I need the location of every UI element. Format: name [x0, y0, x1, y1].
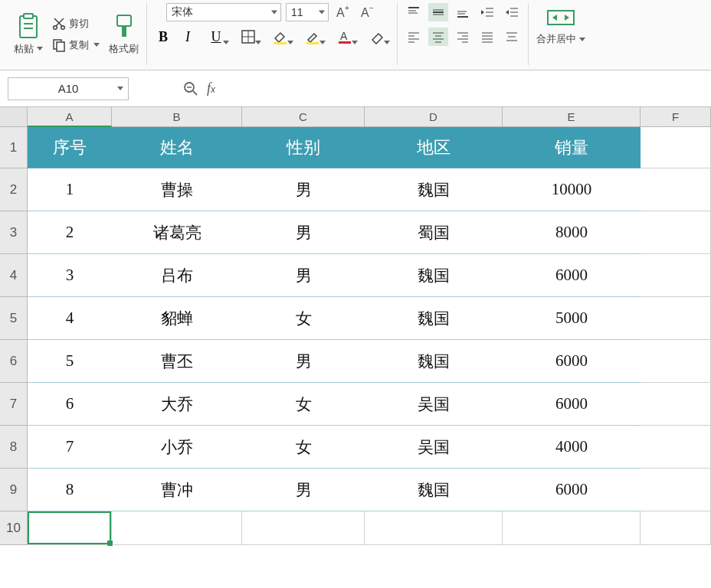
cell[interactable]	[641, 340, 711, 383]
cell[interactable]	[112, 511, 242, 545]
cell[interactable]: 魏国	[365, 469, 503, 511]
name-box[interactable]: A10	[8, 77, 129, 100]
cell[interactable]: 4000	[503, 426, 641, 469]
cell[interactable]	[641, 297, 711, 340]
cell[interactable]	[641, 211, 711, 254]
cell[interactable]	[641, 254, 711, 297]
table-header[interactable]: 姓名	[112, 127, 242, 168]
highlight-button[interactable]	[299, 28, 326, 46]
table-header[interactable]: 销量	[503, 127, 641, 168]
cell[interactable]: 6	[28, 383, 112, 426]
cell[interactable]: 5000	[503, 297, 641, 340]
cell[interactable]: 魏国	[365, 340, 503, 383]
paste-button[interactable]: 粘贴	[12, 10, 44, 59]
row-header[interactable]: 7	[0, 383, 28, 426]
font-name-combobox[interactable]: 宋体	[166, 3, 281, 21]
distribute-button[interactable]	[502, 28, 522, 46]
cell[interactable]: 吴国	[365, 383, 503, 426]
row-header[interactable]: 5	[0, 297, 28, 340]
row-header[interactable]: 6	[0, 340, 28, 383]
cell[interactable]	[641, 469, 711, 511]
cell[interactable]	[503, 511, 641, 545]
cell[interactable]: 10000	[503, 168, 641, 211]
copy-button[interactable]: 复制	[49, 37, 103, 54]
decrease-font-button[interactable]: A−	[358, 3, 378, 21]
cell[interactable]: 8	[28, 469, 112, 511]
row-header[interactable]: 2	[0, 168, 28, 211]
cell[interactable]: 男	[242, 254, 365, 297]
decrease-indent-button[interactable]	[477, 3, 497, 21]
select-all-corner[interactable]	[0, 107, 28, 127]
cell[interactable]: 女	[242, 426, 365, 469]
col-header-F[interactable]: F	[641, 107, 711, 127]
row-header[interactable]: 8	[0, 426, 28, 469]
align-top-button[interactable]	[404, 3, 424, 21]
cell[interactable]: 女	[242, 383, 365, 426]
cell[interactable]: 7	[28, 426, 112, 469]
cell[interactable]: 4	[28, 297, 112, 340]
font-size-combobox[interactable]: 11	[286, 3, 329, 21]
align-bottom-button[interactable]	[453, 3, 473, 21]
col-header-A[interactable]: A	[28, 107, 112, 127]
font-color-button[interactable]: A	[331, 28, 359, 46]
cell[interactable]: 男	[242, 469, 365, 511]
align-left-button[interactable]	[404, 28, 424, 46]
cell[interactable]: 曹操	[112, 168, 242, 211]
cell[interactable]: 魏国	[365, 297, 503, 340]
cell[interactable]: 2	[28, 211, 112, 254]
row-header[interactable]: 4	[0, 254, 28, 297]
align-right-button[interactable]	[453, 28, 473, 46]
italic-button[interactable]: I	[178, 28, 198, 46]
cell[interactable]: 6000	[503, 383, 641, 426]
cell[interactable]: 魏国	[365, 254, 503, 297]
cell[interactable]: 男	[242, 340, 365, 383]
row-header[interactable]: 1	[0, 127, 28, 168]
cell[interactable]: 曹冲	[112, 469, 242, 511]
table-header[interactable]: 地区	[365, 127, 503, 168]
col-header-C[interactable]: C	[242, 107, 365, 127]
cell[interactable]: 6000	[503, 469, 641, 511]
cell[interactable]: 5	[28, 340, 112, 383]
zoom-icon[interactable]	[182, 80, 199, 97]
align-middle-button[interactable]	[428, 3, 448, 21]
cell[interactable]: 小乔	[112, 426, 242, 469]
clear-format-button[interactable]	[363, 28, 391, 46]
cell[interactable]: 女	[242, 297, 365, 340]
cell[interactable]: 6000	[503, 254, 641, 297]
bold-button[interactable]: B	[153, 28, 173, 46]
cell[interactable]	[641, 511, 711, 545]
cell[interactable]: 蜀国	[365, 211, 503, 254]
cell[interactable]: 8000	[503, 211, 641, 254]
format-painter-button[interactable]: 格式刷	[107, 10, 140, 59]
cell[interactable]: 1	[28, 168, 112, 211]
col-header-E[interactable]: E	[503, 107, 641, 127]
cell[interactable]: 6000	[503, 340, 641, 383]
row-header[interactable]: 10	[0, 511, 28, 545]
active-cell[interactable]	[28, 511, 112, 545]
cell[interactable]: 3	[28, 254, 112, 297]
table-header[interactable]: 性别	[242, 127, 365, 168]
cell[interactable]: 貂蝉	[112, 297, 242, 340]
align-center-button[interactable]	[428, 28, 448, 46]
fill-color-button[interactable]	[267, 28, 294, 46]
row-header[interactable]: 9	[0, 469, 28, 511]
cell[interactable]: 吕布	[112, 254, 242, 297]
borders-button[interactable]	[234, 28, 262, 46]
cell[interactable]: 魏国	[365, 168, 503, 211]
justify-button[interactable]	[477, 28, 497, 46]
cell[interactable]	[365, 511, 503, 545]
cell[interactable]	[242, 511, 365, 545]
increase-font-button[interactable]: A+	[333, 3, 353, 21]
cell[interactable]: 男	[242, 211, 365, 254]
increase-indent-button[interactable]	[502, 3, 522, 21]
cell[interactable]: 大乔	[112, 383, 242, 426]
cell[interactable]	[641, 383, 711, 426]
cell[interactable]	[641, 426, 711, 469]
fx-icon[interactable]: fx	[207, 80, 215, 96]
underline-button[interactable]: U	[202, 28, 230, 46]
cell[interactable]: 男	[242, 168, 365, 211]
table-header[interactable]: 序号	[28, 127, 112, 168]
col-header-D[interactable]: D	[365, 107, 503, 127]
col-header-B[interactable]: B	[112, 107, 242, 127]
cell[interactable]: 吴国	[365, 426, 503, 469]
